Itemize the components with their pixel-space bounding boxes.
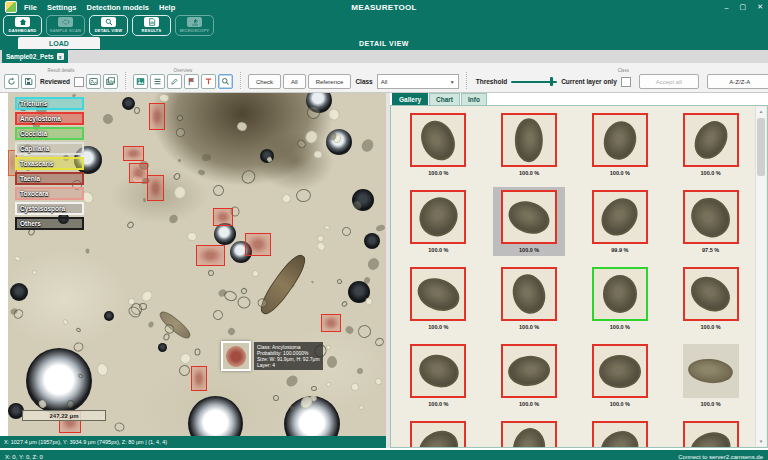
measure-ruler-icon[interactable] bbox=[201, 74, 216, 89]
annotate-pencil-icon[interactable] bbox=[167, 74, 182, 89]
legend-toxascaris[interactable]: Toxascaris bbox=[15, 157, 84, 170]
close-button[interactable]: ✕ bbox=[757, 3, 763, 11]
detection-thumbnail[interactable] bbox=[501, 344, 557, 398]
detection-thumbnail[interactable] bbox=[683, 190, 739, 244]
detection-thumbnail[interactable] bbox=[683, 421, 739, 448]
gallery-item[interactable] bbox=[493, 418, 565, 448]
threshold-slider[interactable] bbox=[511, 75, 557, 88]
detection-box[interactable] bbox=[123, 146, 144, 161]
detection-box-highlighted[interactable] bbox=[221, 341, 251, 371]
scrollbar-thumb[interactable] bbox=[757, 118, 765, 176]
detection-box[interactable] bbox=[191, 366, 207, 391]
gallery-item[interactable]: 100.0 % bbox=[675, 264, 747, 333]
detection-thumbnail[interactable] bbox=[683, 113, 739, 167]
class-dropdown[interactable]: All ▼ bbox=[377, 74, 459, 89]
nav-detail-view-button[interactable]: DETAIL VIEW bbox=[89, 15, 128, 36]
gallery-item[interactable] bbox=[402, 418, 474, 448]
gallery-item[interactable]: 100.0 % bbox=[675, 341, 747, 410]
gallery-item[interactable]: 100.0 % bbox=[493, 264, 565, 333]
gallery-item[interactable]: 100.0 % bbox=[675, 110, 747, 179]
detection-box[interactable] bbox=[321, 314, 341, 332]
gallery-item-selected[interactable]: 100.0 % bbox=[493, 187, 565, 256]
microscopy-viewer[interactable]: TrichurisAncylostomaCoccidiaCapillariaTo… bbox=[8, 93, 386, 436]
gallery-item[interactable]: 97.5 % bbox=[675, 187, 747, 256]
detection-thumbnail[interactable] bbox=[592, 190, 648, 244]
menu-file[interactable]: File bbox=[24, 3, 37, 12]
gallery-item[interactable]: 100.0 % bbox=[584, 110, 656, 179]
layers-image-icon[interactable] bbox=[103, 74, 118, 89]
legend-capillaria[interactable]: Capillaria bbox=[15, 142, 84, 155]
sample-tab-close-icon[interactable]: x bbox=[57, 53, 64, 60]
menu-help[interactable]: Help bbox=[159, 3, 175, 12]
detection-box[interactable] bbox=[149, 103, 165, 130]
detection-thumbnail[interactable] bbox=[501, 113, 557, 167]
reference-button[interactable]: Reference bbox=[308, 74, 352, 89]
gallery-item[interactable]: 100.0 % bbox=[402, 187, 474, 256]
detection-thumbnail[interactable] bbox=[592, 267, 648, 321]
list-view-icon[interactable] bbox=[150, 74, 165, 89]
detection-thumbnail[interactable] bbox=[592, 113, 648, 167]
legend-others[interactable]: Others bbox=[15, 217, 84, 230]
gallery-item[interactable]: 99.9 % bbox=[584, 187, 656, 256]
legend-trichuris[interactable]: Trichuris bbox=[15, 97, 84, 110]
sort-az-button[interactable]: A-Z/Z-A bbox=[707, 74, 768, 89]
detection-thumbnail[interactable] bbox=[592, 344, 648, 398]
threshold-slider-handle[interactable] bbox=[550, 77, 553, 86]
detection-thumbnail[interactable] bbox=[683, 344, 739, 398]
legend-toxocara[interactable]: Toxocara bbox=[15, 187, 84, 200]
detection-thumbnail[interactable] bbox=[410, 344, 466, 398]
all-button[interactable]: All bbox=[283, 74, 306, 89]
gallery-item[interactable]: 100.0 % bbox=[402, 341, 474, 410]
current-layer-checkbox[interactable] bbox=[621, 77, 631, 87]
check-button[interactable]: Check bbox=[248, 74, 281, 89]
scroll-up-icon[interactable]: ▲ bbox=[756, 107, 766, 116]
gallery-item[interactable] bbox=[675, 418, 747, 448]
detection-thumbnail[interactable] bbox=[501, 267, 557, 321]
detection-thumbnail[interactable] bbox=[501, 421, 557, 448]
tab-chart[interactable]: Chart bbox=[429, 93, 460, 105]
detection-thumbnail[interactable] bbox=[410, 113, 466, 167]
gallery-item[interactable]: 100.0 % bbox=[493, 110, 565, 179]
detection-thumbnail[interactable] bbox=[592, 421, 648, 448]
detection-box[interactable] bbox=[147, 175, 164, 201]
gallery-item[interactable]: 100.0 % bbox=[584, 264, 656, 333]
reviewed-checkbox[interactable] bbox=[74, 77, 84, 87]
tab-gallery[interactable]: Gallery bbox=[392, 93, 428, 105]
gallery-item[interactable]: 100.0 % bbox=[493, 341, 565, 410]
detection-thumbnail[interactable] bbox=[501, 190, 557, 244]
gallery-item[interactable] bbox=[584, 418, 656, 448]
detection-thumbnail[interactable] bbox=[410, 421, 466, 448]
legend-ancylostoma[interactable]: Ancylostoma bbox=[15, 112, 84, 125]
legend-coccidia[interactable]: Coccidia bbox=[15, 127, 84, 140]
detection-thumbnail[interactable] bbox=[683, 267, 739, 321]
minimize-button[interactable]: – bbox=[725, 4, 729, 11]
sample-tab[interactable]: Sample02_Pets x bbox=[2, 50, 68, 63]
maximize-button[interactable]: ▢ bbox=[740, 3, 747, 11]
detection-box[interactable] bbox=[196, 245, 225, 266]
gallery-item[interactable]: 100.0 % bbox=[402, 110, 474, 179]
nav-results-button[interactable]: RESULTS bbox=[132, 15, 171, 36]
zoom-tool-icon[interactable] bbox=[218, 74, 233, 89]
menu-settings[interactable]: Settings bbox=[47, 3, 77, 12]
legend-taenia[interactable]: Taenia bbox=[15, 172, 84, 185]
refresh-icon[interactable] bbox=[4, 74, 19, 89]
gallery-scrollbar[interactable]: ▲ ▼ bbox=[755, 107, 766, 446]
load-button[interactable]: LOAD bbox=[18, 37, 100, 49]
detection-box[interactable] bbox=[213, 208, 233, 226]
save-icon[interactable] bbox=[21, 74, 36, 89]
nav-dashboard-button[interactable]: DASHBOARD bbox=[3, 15, 42, 36]
gallery-item[interactable]: 100.0 % bbox=[402, 264, 474, 333]
picture-view-icon[interactable] bbox=[133, 74, 148, 89]
accept-all-button[interactable]: Accept all bbox=[639, 74, 699, 89]
scroll-down-icon[interactable]: ▼ bbox=[756, 437, 766, 446]
flag-icon[interactable] bbox=[184, 74, 199, 89]
legend-cystoisospora[interactable]: Cystoisospora bbox=[15, 202, 84, 215]
export-image-icon[interactable] bbox=[86, 74, 101, 89]
menu-detection-models[interactable]: Detection models bbox=[87, 3, 150, 12]
detection-box[interactable] bbox=[129, 163, 148, 183]
detection-thumbnail[interactable] bbox=[410, 190, 466, 244]
gallery-item[interactable]: 100.0 % bbox=[584, 341, 656, 410]
detection-box[interactable] bbox=[245, 233, 271, 256]
tab-info[interactable]: Info bbox=[461, 93, 487, 105]
detection-thumbnail[interactable] bbox=[410, 267, 466, 321]
